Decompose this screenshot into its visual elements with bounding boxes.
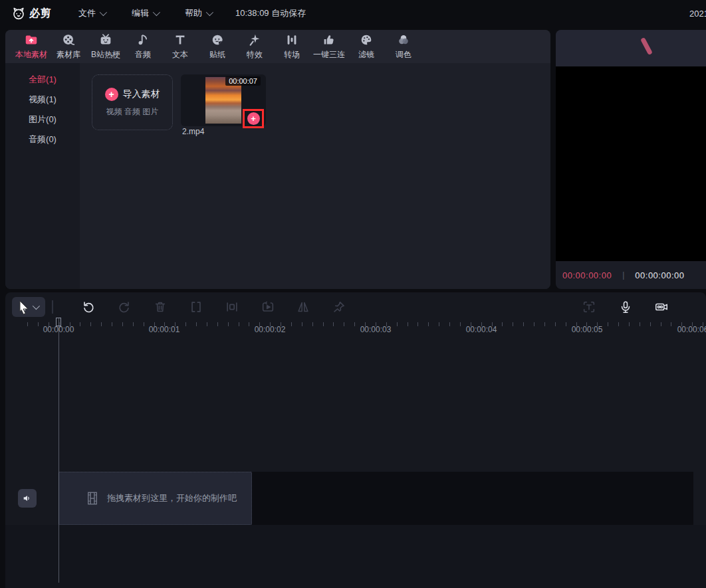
text-icon <box>173 33 187 47</box>
tab-material-library[interactable]: 素材库 <box>50 30 87 63</box>
speaker-icon <box>22 493 33 504</box>
timeline-panel: 00:00:00 00:00:01 00:00:02 00:00:03 00:0… <box>5 292 706 588</box>
tab-color-grading[interactable]: 调色 <box>385 30 422 63</box>
media-content-area: + 导入素材 视频 音频 图片 00:00:07 + 2.mp4 <box>80 63 550 289</box>
tab-label: 贴纸 <box>209 49 225 60</box>
tab-transitions[interactable]: 转场 <box>273 30 310 63</box>
import-title: 导入素材 <box>123 88 160 100</box>
import-subtitle: 视频 音频 图片 <box>106 106 159 118</box>
ruler-label: 00:00:05 <box>564 325 610 334</box>
tab-audio[interactable]: 音频 <box>124 30 162 63</box>
record-screen-button[interactable] <box>654 300 669 314</box>
menu-edit[interactable]: 编辑 <box>132 7 158 19</box>
preview-header <box>556 30 706 66</box>
record-voice-button[interactable] <box>618 300 633 314</box>
toolbar-divider <box>52 300 53 314</box>
tab-triple-combo[interactable]: 一键三连 <box>310 30 348 63</box>
tab-filters[interactable]: 滤镜 <box>348 30 385 63</box>
bijian-cat-icon <box>11 5 27 21</box>
split-button[interactable] <box>189 300 203 314</box>
main-track-row: 拖拽素材到这里，开始你的制作吧 <box>5 472 706 525</box>
timeline-lower-area <box>5 525 706 588</box>
ruler-label: 00:00:02 <box>247 325 293 334</box>
chevron-down-icon <box>32 302 39 310</box>
menu-file-label: 文件 <box>78 7 96 19</box>
tab-label: 滤镜 <box>358 49 374 60</box>
project-name: 20211 <box>689 9 706 19</box>
playhead-line <box>59 318 59 583</box>
film-strip-icon <box>86 491 99 506</box>
mouse-cursor <box>19 300 31 315</box>
menu-help-label: 帮助 <box>185 7 202 19</box>
tab-label: 音频 <box>135 49 151 60</box>
palette-icon <box>359 33 374 47</box>
timeline-toolbar <box>5 292 706 322</box>
play-clip-button[interactable] <box>261 300 275 314</box>
click-target-highlight: + <box>243 109 264 128</box>
color-circles-icon <box>396 33 411 47</box>
track-mute-button[interactable] <box>18 489 37 508</box>
menu-help[interactable]: 帮助 <box>185 7 211 19</box>
preview-video-area[interactable] <box>556 66 706 261</box>
music-note-icon <box>136 33 150 47</box>
tv-icon <box>98 33 113 47</box>
thumbs-up-icon <box>322 33 336 47</box>
media-clip-card[interactable]: 00:00:07 + <box>181 74 266 126</box>
redo-button[interactable] <box>117 300 132 314</box>
media-tabbar: 本地素材 素材库 B站热梗 <box>5 30 550 63</box>
pin-button[interactable] <box>332 300 346 314</box>
app-window: 必剪 文件 编辑 帮助 10:38:09 自动保存 20211 本地素材 <box>0 0 706 588</box>
delete-button[interactable] <box>153 300 168 314</box>
preview-panel: 00:00:00:00 | 00:00:00:00 <box>556 30 706 289</box>
total-timecode: 00:00:00:00 <box>635 270 684 280</box>
text-recognition-button[interactable] <box>582 300 596 314</box>
chevron-down-icon <box>153 9 160 16</box>
tab-label: 本地素材 <box>15 49 47 60</box>
tab-label: 调色 <box>396 49 412 60</box>
tab-label: 文本 <box>172 49 188 60</box>
tab-effects[interactable]: 特效 <box>236 30 273 63</box>
drop-hint-text: 拖拽素材到这里，开始你的制作吧 <box>107 492 237 504</box>
top-menu-bar: 必剪 文件 编辑 帮助 10:38:09 自动保存 20211 <box>0 0 706 27</box>
tab-label: 一键三连 <box>313 49 345 60</box>
folder-upload-icon <box>24 33 39 47</box>
app-logo: 必剪 <box>11 5 52 21</box>
media-library-panel: 本地素材 素材库 B站热梗 <box>5 30 550 289</box>
timeline-ruler[interactable]: 00:00:00 00:00:01 00:00:02 00:00:03 00:0… <box>5 322 706 336</box>
clip-filename: 2.mp4 <box>182 127 204 136</box>
chevron-down-icon <box>100 9 107 16</box>
sticker-icon <box>210 33 225 47</box>
tab-stickers[interactable]: 贴纸 <box>199 30 236 63</box>
clip-duration-badge: 00:00:07 <box>225 76 261 86</box>
autosave-status: 10:38:09 自动保存 <box>235 7 306 19</box>
menu-edit-label: 编辑 <box>132 7 149 19</box>
tab-local-media[interactable]: 本地素材 <box>13 30 50 63</box>
category-image[interactable]: 图片(0) <box>5 110 80 130</box>
loading-spinner-icon <box>640 37 653 55</box>
transition-icon <box>285 33 299 47</box>
import-material-button[interactable]: + 导入素材 视频 音频 图片 <box>92 74 173 130</box>
preview-timebar: 00:00:00:00 | 00:00:00:00 <box>556 261 706 289</box>
tab-label: 素材库 <box>57 49 80 60</box>
category-audio[interactable]: 音频(0) <box>5 130 80 149</box>
plus-icon: + <box>105 88 118 101</box>
trim-button[interactable] <box>225 300 239 314</box>
category-video[interactable]: 视频(1) <box>5 90 80 110</box>
add-to-timeline-button[interactable]: + <box>247 112 260 125</box>
tab-bilibili-memes[interactable]: B站热梗 <box>87 30 124 63</box>
media-category-sidebar: 全部(1) 视频(1) 图片(0) 音频(0) <box>5 63 80 289</box>
undo-button[interactable] <box>81 300 96 314</box>
track-empty-area <box>252 472 693 525</box>
current-timecode: 00:00:00:00 <box>562 270 612 280</box>
menu-file[interactable]: 文件 <box>78 7 105 19</box>
timeline-drop-zone[interactable]: 拖拽素材到这里，开始你的制作吧 <box>59 472 252 525</box>
mirror-flip-button[interactable] <box>296 300 310 314</box>
chevron-down-icon <box>206 9 213 16</box>
tab-label: 转场 <box>284 49 300 60</box>
category-all[interactable]: 全部(1) <box>5 70 80 90</box>
ruler-label: 00:00:06 <box>669 325 706 334</box>
tab-label: B站热梗 <box>91 49 120 60</box>
tab-text[interactable]: 文本 <box>162 30 199 63</box>
magic-star-icon <box>247 33 262 47</box>
app-title: 必剪 <box>29 7 52 21</box>
